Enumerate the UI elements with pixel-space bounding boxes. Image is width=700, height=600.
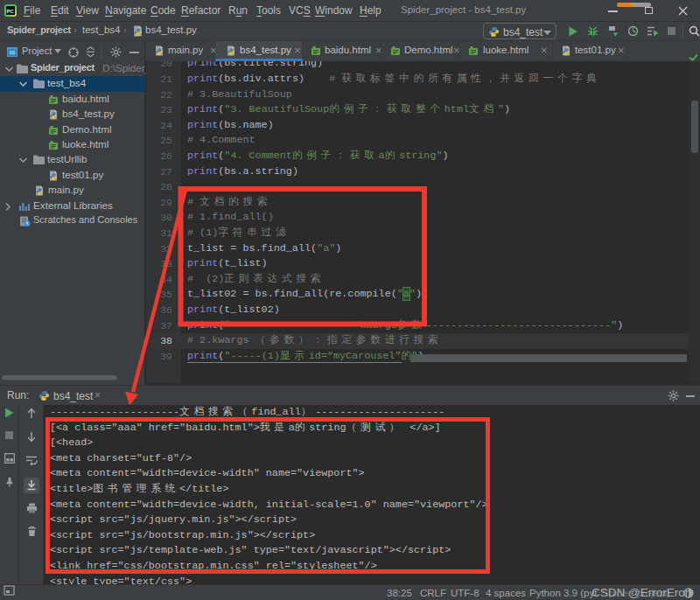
svg-text:PC: PC xyxy=(7,9,15,14)
